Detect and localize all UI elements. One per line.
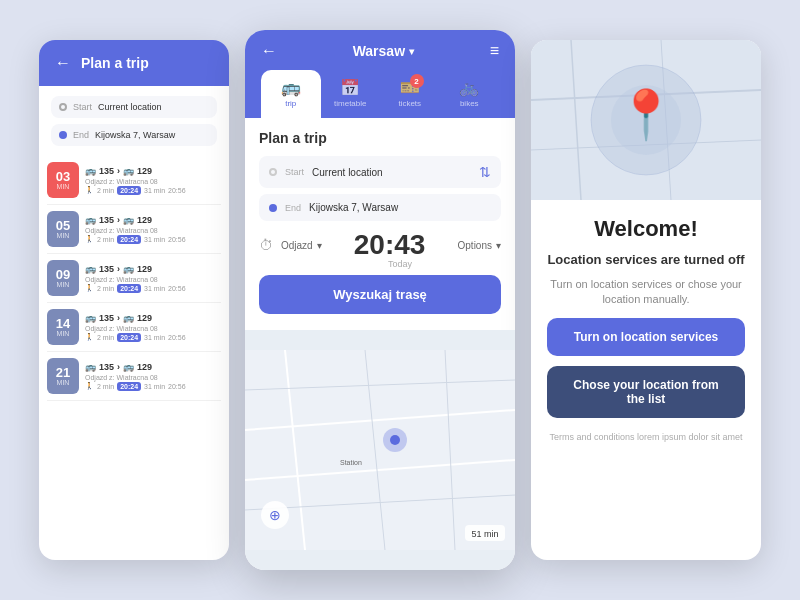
mid-tabs: 🚌 trip 📅 timetable 🎫 tickets 2 🚲 bikes (261, 70, 499, 118)
choose-location-button[interactable]: Chose your location from the list (547, 366, 745, 418)
trip-list-item[interactable]: 21 MIN 🚌 135 › 🚌 129 Odjazd z: Wiatracna… (47, 352, 221, 401)
mid-start-label: Start (285, 167, 304, 177)
trip-tab-icon: 🚌 (281, 78, 301, 97)
chevron-down-icon: ▾ (409, 46, 414, 57)
route-inputs-left: Start Current location End Kijowska 7, W… (39, 86, 229, 156)
trip-list-item[interactable]: 09 MIN 🚌 135 › 🚌 129 Odjazd z: Wiatracna… (47, 254, 221, 303)
mid-start-row[interactable]: Start Current location ⇅ (259, 156, 501, 188)
walk-icon: 🚶 (85, 382, 94, 390)
bikes-tab-icon: 🚲 (459, 78, 479, 97)
bus-icon2: 🚌 (123, 313, 134, 323)
location-services-title: Location services are turned off (547, 252, 744, 267)
trip-tab-label: trip (285, 99, 296, 108)
mid-plan-section: Plan a trip Start Current location ⇅ End… (245, 118, 515, 330)
options-chevron: ▾ (496, 240, 501, 251)
swap-icon[interactable]: ⇅ (479, 164, 491, 180)
end-dot (59, 131, 67, 139)
time-type-select[interactable]: Odjazd ▾ (281, 240, 322, 251)
mid-panel: ← Warsaw ▾ ≡ 🚌 trip 📅 timetable 🎫 ticket… (245, 30, 515, 570)
bus-icon: 🚌 (85, 313, 96, 323)
start-value: Current location (98, 102, 162, 112)
bus-icon: 🚌 (85, 362, 96, 372)
bus-icon2: 🚌 (123, 215, 134, 225)
svg-text:51 min: 51 min (471, 529, 498, 539)
map-area: ⊕ 51 min Station (245, 330, 515, 570)
options-select[interactable]: Options ▾ (458, 240, 501, 251)
end-label: End (73, 130, 89, 140)
bus-icon: 🚌 (85, 264, 96, 274)
map-svg: ⊕ 51 min Station (245, 330, 515, 570)
start-label: Start (73, 102, 92, 112)
walk-icon: 🚶 (85, 235, 94, 243)
welcome-title: Welcome! (594, 216, 698, 242)
trip-details: 🚌 135 › 🚌 129 Odjazd z: Wiatracna 08 🚶 2… (85, 166, 221, 195)
mid-header-top: ← Warsaw ▾ ≡ (261, 42, 499, 60)
location-services-desc: Turn on location services or chose your … (547, 277, 745, 308)
svg-text:⊕: ⊕ (269, 507, 281, 523)
right-content: Welcome! Location services are turned of… (531, 200, 761, 560)
right-map-area: 📍 (531, 40, 761, 200)
start-dot (59, 103, 67, 111)
tab-tickets[interactable]: 🎫 tickets 2 (380, 70, 440, 118)
start-input-row[interactable]: Start Current location (51, 96, 217, 118)
timetable-tab-label: timetable (334, 99, 366, 108)
options-label: Options (458, 240, 492, 251)
mid-start-value: Current location (312, 167, 471, 178)
tickets-tab-label: tickets (398, 99, 421, 108)
mid-back-icon[interactable]: ← (261, 42, 277, 60)
location-pin-icon: 📍 (616, 91, 676, 139)
terms-text: Terms and conditions lorem ipsum dolor s… (549, 432, 742, 442)
tab-timetable[interactable]: 📅 timetable (321, 70, 381, 118)
trip-details: 🚌 135 › 🚌 129 Odjazd z: Wiatracna 08 🚶 2… (85, 313, 221, 342)
trip-list-item[interactable]: 05 MIN 🚌 135 › 🚌 129 Odjazd z: Wiatracna… (47, 205, 221, 254)
trip-list-item[interactable]: 14 MIN 🚌 135 › 🚌 129 Odjazd z: Wiatracna… (47, 303, 221, 352)
mid-body: Plan a trip Start Current location ⇅ End… (245, 118, 515, 570)
left-panel-title: Plan a trip (81, 55, 149, 71)
walk-icon: 🚶 (85, 186, 94, 194)
trip-details: 🚌 135 › 🚌 129 Odjazd z: Wiatracna 08 🚶 2… (85, 362, 221, 391)
trip-list: 03 MIN 🚌 135 › 🚌 129 Odjazd z: Wiatracna… (39, 156, 229, 401)
trip-time-badge: 03 MIN (47, 162, 79, 198)
mid-plan-title: Plan a trip (259, 130, 501, 146)
svg-text:Station: Station (340, 459, 362, 466)
city-selector[interactable]: Warsaw ▾ (353, 43, 414, 59)
time-select-label: Odjazd (281, 240, 313, 251)
trip-details: 🚌 135 › 🚌 129 Odjazd z: Wiatracna 08 🚶 2… (85, 215, 221, 244)
walk-icon: 🚶 (85, 333, 94, 341)
walk-icon: 🚶 (85, 284, 94, 292)
left-panel: ← Plan a trip Start Current location End… (39, 40, 229, 560)
trip-time-badge: 21 MIN (47, 358, 79, 394)
right-panel: 📍 Welcome! Location services are turned … (531, 40, 761, 560)
bus-icon2: 🚌 (123, 264, 134, 274)
time-display: 20:43 (330, 229, 450, 261)
turn-on-location-button[interactable]: Turn on location services (547, 318, 745, 356)
trip-time-badge: 14 MIN (47, 309, 79, 345)
tab-badge: 2 (410, 74, 424, 88)
left-header: ← Plan a trip (39, 40, 229, 86)
bus-icon2: 🚌 (123, 166, 134, 176)
tab-bikes[interactable]: 🚲 bikes (440, 70, 500, 118)
bikes-tab-label: bikes (460, 99, 479, 108)
bus-icon2: 🚌 (123, 362, 134, 372)
mid-end-label: End (285, 203, 301, 213)
mid-end-row[interactable]: End Kijowska 7, Warsaw (259, 194, 501, 221)
timetable-tab-icon: 📅 (340, 78, 360, 97)
back-arrow-icon[interactable]: ← (55, 54, 71, 72)
end-value: Kijowska 7, Warsaw (95, 130, 175, 140)
time-select-chevron: ▾ (317, 240, 322, 251)
trip-time-badge: 09 MIN (47, 260, 79, 296)
trip-time-badge: 05 MIN (47, 211, 79, 247)
trip-list-item[interactable]: 03 MIN 🚌 135 › 🚌 129 Odjazd z: Wiatracna… (47, 156, 221, 205)
svg-point-9 (390, 435, 400, 445)
mid-route-inputs: Start Current location ⇅ End Kijowska 7,… (259, 156, 501, 221)
mid-header: ← Warsaw ▾ ≡ 🚌 trip 📅 timetable 🎫 ticket… (245, 30, 515, 118)
city-name: Warsaw (353, 43, 405, 59)
bus-icon: 🚌 (85, 166, 96, 176)
end-input-row[interactable]: End Kijowska 7, Warsaw (51, 124, 217, 146)
mid-end-value: Kijowska 7, Warsaw (309, 202, 491, 213)
search-route-button[interactable]: Wyszukaj trasę (259, 275, 501, 314)
mid-start-dot (269, 168, 277, 176)
bus-icon: 🚌 (85, 215, 96, 225)
tab-trip[interactable]: 🚌 trip (261, 70, 321, 118)
menu-icon[interactable]: ≡ (490, 42, 499, 60)
